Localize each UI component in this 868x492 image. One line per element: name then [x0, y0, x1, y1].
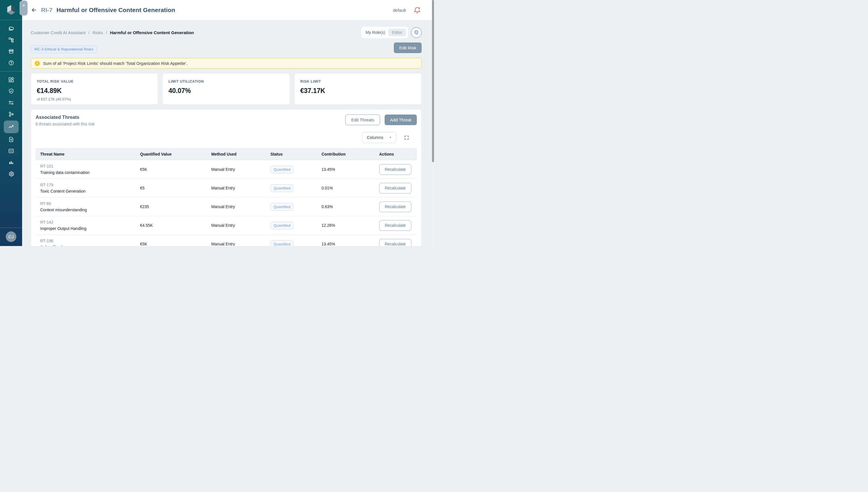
contribution-cell: 13.45%: [321, 167, 379, 172]
folders-icon[interactable]: [4, 23, 18, 34]
bell-icon: [413, 6, 421, 14]
table-icon[interactable]: [4, 145, 18, 157]
page-scrollbar[interactable]: [432, 0, 434, 246]
quantified-value-cell: €5K: [140, 167, 211, 172]
fullscreen-icon: [404, 135, 409, 140]
columns-dropdown-label: Columns: [367, 135, 383, 140]
status-badge: Quantified: [270, 240, 294, 246]
help-icon[interactable]: [4, 57, 18, 69]
sidebar: CJ: [0, 0, 22, 246]
column-header-method-used: Method Used: [211, 152, 270, 156]
threats-table-header: Threat Name Quantified Value Method Used…: [35, 148, 417, 160]
recalculate-button[interactable]: Recalculate: [379, 239, 411, 246]
table-row: RT-101 Training data contamination €5K M…: [35, 160, 417, 179]
ai-assistant-button[interactable]: [411, 27, 422, 38]
stat-label: TOTAL RISK VALUE: [37, 79, 152, 83]
table-row: RT-179 Toxic Content Generation €5 Manua…: [35, 179, 417, 197]
threat-name: Improper Output Handling: [40, 225, 140, 232]
notifications-button[interactable]: [413, 6, 421, 14]
stat-card-total-risk-value: TOTAL RISK VALUE €14.89K of €37.17K (40.…: [31, 73, 158, 105]
breadcrumb-risks[interactable]: Risks: [93, 30, 103, 35]
quantified-value-cell: €235: [140, 204, 211, 209]
columns-dropdown[interactable]: Columns: [362, 132, 396, 143]
top-header: RI-7 Harmful or Offensive Content Genera…: [22, 0, 434, 20]
sidebar-expand-button[interactable]: »: [20, 1, 28, 16]
threat-name: Safety filter bypass: [40, 244, 140, 246]
sidebar-group-top: [0, 20, 22, 71]
threats-section-subtitle: 6 threats associated with this risk: [35, 122, 94, 126]
back-button[interactable]: [31, 7, 37, 13]
quantified-value-cell: €4.55K: [140, 223, 211, 228]
document-clip-icon[interactable]: [4, 134, 18, 145]
table-row: RT-142 Improper Output Handling €4.55K M…: [35, 216, 417, 235]
edit-risk-button[interactable]: Edit Risk: [394, 43, 422, 53]
role-badge: Editor: [388, 29, 406, 36]
my-roles-pill: My Role(s) Editor: [362, 27, 408, 38]
threat-id-link[interactable]: RT-60: [40, 200, 140, 207]
stat-value: €37.17K: [300, 87, 416, 95]
status-cell: Quantified: [270, 166, 321, 173]
app-logo[interactable]: [0, 0, 22, 20]
actions-cell: Recalculate: [379, 183, 417, 194]
quantified-value-cell: €5K: [140, 242, 211, 246]
threat-name-cell: RT-101 Training data contamination: [40, 163, 140, 176]
status-badge: Quantified: [270, 184, 294, 192]
method-used-cell: Manual Entry: [211, 242, 270, 246]
status-cell: Quantified: [270, 184, 321, 192]
stat-label: RISK LIMIT: [300, 79, 416, 83]
breadcrumb-separator: /: [106, 30, 107, 35]
risk-category-tag[interactable]: RC-3 Ethical & Reputational Risks: [31, 45, 97, 53]
workflow-icon[interactable]: [4, 108, 18, 120]
chevron-down-icon: [389, 136, 392, 139]
threats-table: Threat Name Quantified Value Method Used…: [35, 148, 417, 246]
status-badge: Quantified: [270, 166, 294, 173]
stat-value: 40.07%: [169, 87, 284, 95]
recalculate-button[interactable]: Recalculate: [379, 183, 411, 194]
threat-id-link[interactable]: RT-142: [40, 219, 140, 225]
threat-id-link[interactable]: RT-101: [40, 163, 140, 169]
threat-id-link[interactable]: RT-179: [40, 182, 140, 188]
org-chart-icon[interactable]: [4, 34, 18, 46]
trending-up-icon[interactable]: [4, 121, 19, 133]
contribution-cell: 13.45%: [321, 242, 379, 246]
method-used-cell: Manual Entry: [211, 167, 270, 172]
actions-cell: Recalculate: [379, 201, 417, 212]
add-threat-button[interactable]: Add Threat: [385, 115, 417, 125]
sliders-icon[interactable]: [4, 97, 18, 108]
method-used-cell: Manual Entry: [211, 186, 270, 190]
settings-icon[interactable]: [4, 168, 18, 180]
breadcrumb-project[interactable]: Customer Credit AI Assistant: [31, 30, 85, 35]
cube-logo-icon: [5, 4, 18, 16]
method-used-cell: Manual Entry: [211, 204, 270, 209]
scrollbar-thumb[interactable]: [432, 0, 434, 162]
actions-cell: Recalculate: [379, 164, 417, 175]
stats-row: TOTAL RISK VALUE €14.89K of €37.17K (40.…: [31, 73, 422, 105]
dashboard-icon[interactable]: [4, 74, 18, 85]
table-row: RT-60 Context misunderstanding €235 Manu…: [35, 197, 417, 216]
actions-cell: Recalculate: [379, 239, 417, 246]
main-content: Customer Credit AI Assistant / Risks / H…: [22, 20, 434, 246]
status-badge: Quantified: [270, 222, 294, 229]
shield-check-icon[interactable]: [4, 85, 18, 97]
threats-table-body: RT-101 Training data contamination €5K M…: [35, 160, 417, 246]
edit-threats-button[interactable]: Edit Threats: [345, 115, 380, 125]
column-header-status: Status: [270, 152, 321, 156]
threat-name: Toxic Content Generation: [40, 188, 140, 194]
status-cell: Quantified: [270, 203, 321, 211]
recalculate-button[interactable]: Recalculate: [379, 201, 411, 212]
risk-id: RI-7: [41, 7, 52, 14]
bar-chart-icon[interactable]: [4, 157, 18, 168]
threats-section-title: Associated Threats: [35, 115, 94, 120]
breadcrumb-separator: /: [89, 30, 90, 35]
workspace-selector[interactable]: default: [393, 8, 406, 13]
threat-id-link[interactable]: RT-196: [40, 238, 140, 244]
avatar[interactable]: CJ: [6, 231, 16, 242]
recalculate-button[interactable]: Recalculate: [379, 164, 411, 175]
column-header-actions: Actions: [379, 152, 417, 156]
actions-cell: Recalculate: [379, 220, 417, 231]
sidebar-group-main: [0, 72, 22, 182]
warning-banner-text: Sum of all 'Project Risk Limits' should …: [43, 61, 188, 66]
fullscreen-button[interactable]: [404, 135, 409, 140]
storefront-icon[interactable]: [4, 46, 18, 57]
recalculate-button[interactable]: Recalculate: [379, 220, 411, 231]
